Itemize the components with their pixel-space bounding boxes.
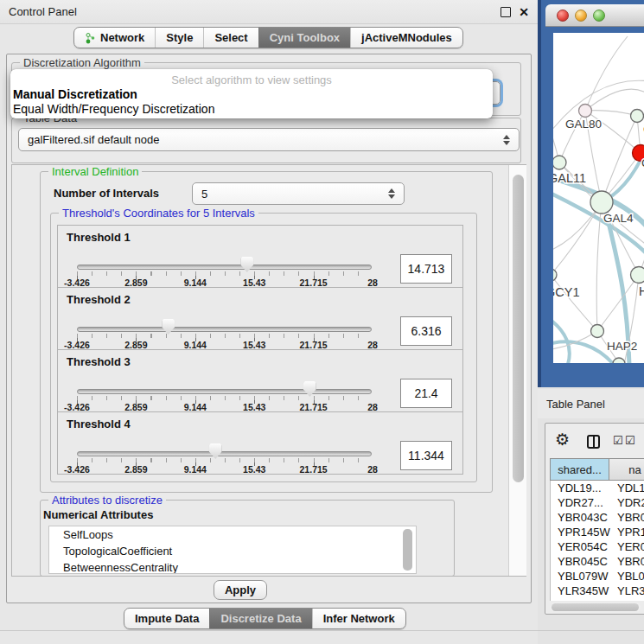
tick-label: 9.144 [184, 464, 207, 475]
group-title: Attributes to discretize [48, 494, 166, 507]
dropdown-prompt: Select algorithm to view settings [10, 73, 493, 87]
slider-scale-labels: -3.4262.8599.14415.4321.71528 [77, 464, 373, 475]
node-label: GCY1 [553, 285, 580, 299]
list-scrollbar-thumb[interactable] [403, 529, 412, 571]
threshold-slider[interactable]: -3.4262.8599.14415.4321.71528 [77, 288, 372, 351]
tab-cyni-toolbox[interactable]: Cyni Toolbox [258, 28, 350, 48]
apply-button[interactable]: Apply [214, 580, 267, 600]
list-item[interactable]: SelfLoops [49, 526, 416, 543]
threshold-value-field[interactable]: 14.713 [400, 254, 452, 284]
threshold-4-panel: Threshold 4 -3.4262.8599.14415.4321.7152… [57, 411, 463, 475]
threshold-value-field[interactable]: 21.4 [400, 379, 452, 408]
divider [0, 630, 644, 631]
network-window-titlebar[interactable] [545, 4, 644, 27]
tick-label: 21.715 [300, 464, 328, 475]
column-header-name[interactable]: na [609, 458, 644, 481]
node-gal4[interactable] [590, 191, 613, 214]
list-item[interactable]: TopologicalCoefficient [49, 543, 416, 559]
slider-thumb[interactable] [209, 443, 222, 459]
checkbox-icon[interactable]: ☑ [613, 435, 623, 446]
table-row[interactable]: YIL052CYIL0 [551, 598, 644, 601]
tab-label: Cyni Toolbox [270, 31, 340, 44]
algorithm-dropdown-popup: Select algorithm to view settings Manual… [10, 69, 493, 118]
table-row[interactable]: YER054CYER0 [551, 539, 644, 554]
tab-label: Style [166, 31, 193, 44]
tab-label: jActiveMNodules [361, 31, 452, 44]
node-hap2[interactable] [591, 325, 604, 338]
node-label: GAL80 [565, 118, 602, 131]
table-row[interactable]: YBR045CYBR0 [551, 554, 644, 569]
threshold-slider[interactable]: -3.4262.8599.14415.4321.71528 [77, 412, 372, 475]
tab-select[interactable]: Select [203, 28, 258, 48]
horizontal-scrollbar[interactable] [551, 603, 641, 612]
vertical-scrollbar-thumb[interactable] [513, 175, 524, 482]
numerical-attributes-list[interactable]: SelfLoopsTopologicalCoefficientBetweenne… [48, 526, 417, 574]
tab-jactivemnodules[interactable]: jActiveMNodules [350, 28, 462, 48]
table-row[interactable]: YPR145WYPR1 [551, 525, 644, 539]
table-row[interactable]: YDR27...YDR2 [551, 495, 644, 510]
slider-track[interactable] [77, 327, 372, 332]
slider-track[interactable] [77, 389, 372, 394]
table-cell: YBR0 [610, 511, 644, 524]
node-gal1[interactable] [631, 110, 644, 123]
zoom-traffic-light-icon[interactable] [593, 10, 605, 22]
node-gal11[interactable] [553, 156, 566, 169]
number-of-intervals-value: 5 [201, 188, 207, 201]
table-panel-titlebar: Table Panel [538, 389, 644, 418]
node-gcy1[interactable] [553, 269, 557, 281]
control-panel-titlebar: Control Panel ✕ [0, 0, 538, 24]
tab-impute-data[interactable]: Impute Data [124, 609, 209, 628]
table-row[interactable]: YBL079WYBL0 [551, 569, 644, 583]
threshold-value-field[interactable]: 6.316 [400, 316, 452, 346]
slider-thumb[interactable] [303, 381, 316, 397]
table-cell: YLR3 [610, 584, 644, 597]
tab-label: Infer Network [323, 612, 395, 625]
close-traffic-light-icon[interactable] [557, 10, 569, 22]
dropdown-option-manual[interactable]: Manual Discretization [10, 87, 493, 102]
table-row[interactable]: YBR043CYBR0 [551, 510, 644, 525]
table-cell: YBR045C [551, 555, 610, 568]
slider-track[interactable] [77, 265, 372, 270]
table-cell: YER054C [551, 540, 610, 553]
table-panel-title: Table Panel [546, 398, 605, 411]
table-data-combobox[interactable]: galFiltered.sif default node [18, 128, 520, 151]
table-row[interactable]: YLR345WYLR3 [551, 583, 644, 598]
node-gal80[interactable] [579, 105, 592, 118]
threshold-slider[interactable]: -3.4262.8599.14415.4321.71528 [77, 350, 372, 413]
group-title: Threshold's Coordinates for 5 Intervals [59, 207, 258, 220]
column-header-shared-name[interactable]: shared... [550, 458, 609, 481]
top-tab-bar: Network Style Select Cyni Toolbox jActiv… [73, 27, 463, 48]
float-window-icon[interactable] [501, 7, 511, 17]
dropdown-option-equal-width[interactable]: Equal Width/Frequency Discretization [10, 102, 493, 117]
threshold-2-panel: Threshold 2 -3.4262.8599.14415.4321.7152… [57, 287, 463, 350]
table-row[interactable]: YDL19...YDL1 [551, 481, 644, 495]
split-columns-icon[interactable] [587, 435, 600, 449]
threshold-value-field[interactable]: 11.344 [400, 441, 452, 470]
list-item[interactable]: BetweennessCentrality [49, 559, 416, 574]
network-canvas[interactable]: GAL80 G C GAL11 GAL4 GCY1 H HAP2 [553, 33, 644, 363]
slider-thumb[interactable] [240, 257, 253, 272]
close-icon[interactable]: ✕ [519, 6, 529, 18]
table-cell: YPR145W [551, 526, 610, 539]
number-of-intervals-combobox[interactable]: 5 [192, 182, 405, 205]
gear-icon[interactable]: ⚙ [555, 431, 570, 448]
minimize-traffic-light-icon[interactable] [575, 10, 587, 22]
checkbox-icon[interactable]: ☑ [625, 435, 635, 446]
table-cell: YBL0 [610, 570, 644, 583]
tab-network[interactable]: Network [74, 28, 155, 48]
tab-label: Select [214, 31, 247, 44]
node-label: GAL11 [553, 171, 586, 185]
horizontal-scrollbar-thumb[interactable] [552, 603, 639, 611]
slider-track[interactable] [77, 451, 372, 456]
slider-thumb[interactable] [162, 319, 175, 335]
node-bottom[interactable] [613, 358, 625, 363]
panel-title: Control Panel [9, 5, 77, 18]
threshold-slider[interactable]: -3.4262.8599.14415.4321.71528 [77, 226, 372, 289]
tab-discretize-data[interactable]: Discretize Data [209, 609, 311, 628]
table-data-selected-value: galFiltered.sif default node [28, 133, 159, 146]
node-h[interactable] [631, 267, 644, 284]
table-cell: YLR345W [551, 584, 610, 597]
tab-infer-network[interactable]: Infer Network [312, 609, 405, 628]
tab-style[interactable]: Style [155, 28, 203, 48]
node-label: GAL4 [603, 212, 634, 225]
